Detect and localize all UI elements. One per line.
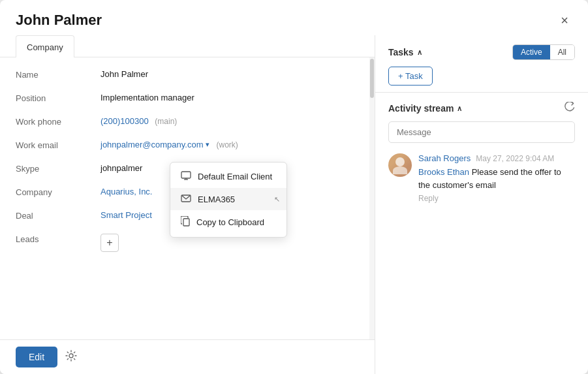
fields-area: Name John Palmer Position Implementation…	[0, 57, 375, 339]
label-position: Position	[16, 93, 101, 103]
label-name: Name	[16, 69, 101, 80]
tasks-title: Tasks ∧	[388, 47, 422, 57]
activity-entry: Sarah Rogers May 27, 2022 9:04 AM Brooks…	[388, 153, 575, 203]
label-company: Company	[16, 187, 101, 197]
email-row: johnpalmer@company.com ▾ (work)	[101, 140, 359, 149]
filter-all-button[interactable]: All	[550, 45, 574, 59]
value-work-phone: (200)100300 (main)	[101, 116, 359, 126]
dropdown-item-copy[interactable]: Copy to Clipboard	[170, 210, 286, 234]
svg-rect-0	[181, 172, 191, 178]
value-name: John Palmer	[101, 69, 359, 79]
modal: John Palmer × Company Name John Palmer P…	[0, 0, 588, 374]
value-position: Implementation manager	[101, 93, 359, 102]
filter-active-button[interactable]: Active	[513, 45, 550, 59]
field-work-phone: Work phone (200)100300 (main)	[0, 110, 375, 133]
cursor-indicator: ↖	[274, 195, 280, 204]
left-panel: Company Name John Palmer Position Implem…	[0, 35, 375, 374]
email-address[interactable]: johnpalmer@company.com	[101, 140, 203, 149]
tasks-section: Tasks ∧ Active All + Task	[375, 35, 588, 93]
tabs-bar: Company	[0, 35, 375, 57]
activity-title: Activity stream ∧	[388, 103, 462, 114]
label-work-email: Work email	[16, 140, 101, 150]
right-panel: Tasks ∧ Active All + Task Activity strea…	[375, 35, 588, 374]
dropdown-item-default-email[interactable]: Default Email Client	[170, 165, 286, 188]
dropdown-label-default-email: Default Email Client	[198, 172, 272, 181]
monitor-icon	[181, 171, 191, 182]
activity-content: Sarah Rogers May 27, 2022 9:04 AM Brooks…	[418, 153, 575, 203]
value-work-email: johnpalmer@company.com ▾ (work)	[101, 140, 359, 149]
email-dropdown-caret[interactable]: ▾	[206, 140, 209, 149]
tasks-header: Tasks ∧ Active All	[388, 44, 575, 60]
tasks-filter: Active All	[512, 44, 575, 60]
modal-body: Company Name John Palmer Position Implem…	[0, 35, 588, 374]
phone-number[interactable]: (200)100300	[101, 116, 149, 126]
dropdown-label-copy: Copy to Clipboard	[196, 217, 264, 227]
modal-title: John Palmer	[16, 12, 102, 29]
reply-link[interactable]: Reply	[418, 194, 439, 203]
activity-section: Activity stream ∧	[375, 93, 588, 374]
label-work-phone: Work phone	[16, 116, 101, 127]
message-input[interactable]	[388, 121, 575, 143]
activity-time: May 27, 2022 9:04 AM	[476, 154, 554, 163]
add-lead-button[interactable]: +	[101, 234, 119, 252]
dropdown-label-elma365: ELMA365	[198, 195, 235, 204]
edit-button[interactable]: Edit	[16, 347, 57, 367]
envelope-icon	[181, 194, 191, 204]
field-work-email: Work email johnpalmer@company.com ▾ (wor…	[0, 133, 375, 157]
activity-header: Activity stream ∧	[388, 102, 575, 115]
avatar	[388, 153, 412, 177]
activity-mention[interactable]: Brooks Ethan	[418, 167, 469, 177]
svg-point-5	[69, 354, 73, 358]
activity-text: Brooks Ethan Please send the offer to th…	[418, 166, 575, 191]
scrollbar-track[interactable]	[369, 57, 375, 339]
field-position: Position Implementation manager	[0, 86, 375, 110]
dropdown-item-elma365[interactable]: ELMA365 ↖	[170, 188, 286, 210]
phone-tag: (main)	[155, 117, 177, 126]
activity-author[interactable]: Sarah Rogers	[418, 153, 471, 163]
label-leads: Leads	[16, 234, 101, 244]
email-tag: (work)	[216, 140, 238, 149]
scrollbar-thumb[interactable]	[370, 59, 374, 98]
add-task-button[interactable]: + Task	[388, 67, 433, 86]
label-deal: Deal	[16, 210, 101, 221]
refresh-button[interactable]	[565, 102, 575, 115]
modal-header: John Palmer ×	[0, 0, 588, 35]
svg-rect-4	[183, 219, 189, 226]
gear-button[interactable]	[65, 350, 77, 364]
email-dropdown-menu: Default Email Client ELMA365 ↖	[170, 162, 287, 238]
activity-meta: Sarah Rogers May 27, 2022 9:04 AM	[418, 153, 575, 163]
tasks-chevron[interactable]: ∧	[417, 48, 422, 57]
activity-chevron[interactable]: ∧	[457, 104, 462, 113]
tab-company[interactable]: Company	[16, 35, 74, 57]
field-name: Name John Palmer	[0, 63, 375, 86]
bottom-bar: Edit	[0, 339, 375, 374]
label-skype: Skype	[16, 163, 101, 174]
close-button[interactable]: ×	[557, 12, 572, 28]
copy-icon	[181, 216, 190, 228]
